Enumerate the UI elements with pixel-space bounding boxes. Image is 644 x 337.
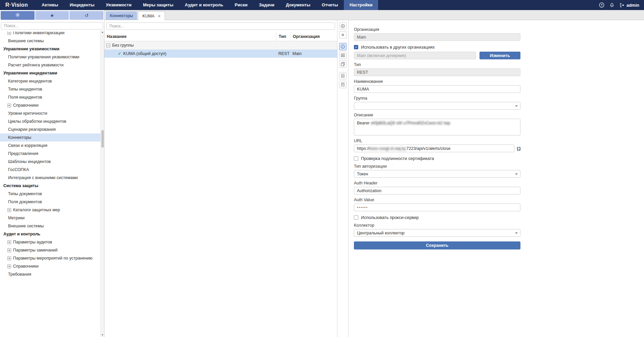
name-label: Наименование xyxy=(354,79,520,84)
expand-icon[interactable]: + xyxy=(7,104,11,107)
copy-button[interactable] xyxy=(339,60,347,68)
nav-item-6[interactable]: Риски xyxy=(229,0,253,10)
sidebar-item[interactable]: +Параметры замечаний xyxy=(0,246,100,254)
sidebar-tabs: ★↺ xyxy=(0,10,104,21)
sidebar-item[interactable]: +Параметры аудитов xyxy=(0,238,100,246)
sidebar-item[interactable]: Типы инцидентов xyxy=(0,85,100,93)
table-row[interactable]: ✓KUMA (общий доступ)RESTMain xyxy=(104,50,337,58)
user-menu[interactable]: admin xyxy=(619,3,639,8)
collapse-icon[interactable]: − xyxy=(106,44,110,47)
sidebar-tab-settings[interactable] xyxy=(1,11,35,20)
sidebar-item[interactable]: Внешние системы xyxy=(0,222,100,230)
sidebar-item-label: Циклы обработки инцидентов xyxy=(8,119,66,124)
table-header: НазваниеТипОрганизация xyxy=(104,32,337,41)
remove-button[interactable] xyxy=(339,31,347,39)
sidebar-item[interactable]: Поля документов xyxy=(0,198,100,206)
scroll-down-icon[interactable]: ▼ xyxy=(101,333,104,337)
type-label: Тип xyxy=(354,62,520,67)
username: admin xyxy=(627,3,639,8)
add-button[interactable] xyxy=(339,22,347,30)
sidebar-item[interactable]: +Параметры мероприятий по устранению xyxy=(0,254,100,262)
sidebar-item[interactable]: Сценарии реагирования xyxy=(0,125,100,133)
tab-1[interactable]: Коннекторы xyxy=(106,11,137,20)
nav-item-3[interactable]: Уязвимости xyxy=(100,0,137,10)
group-row[interactable]: −Без группы xyxy=(104,41,337,50)
import-button[interactable] xyxy=(339,72,347,79)
auth-header-input[interactable] xyxy=(354,187,520,194)
sidebar-item[interactable]: Интеграция с внешними системами xyxy=(0,174,100,182)
group-select[interactable] xyxy=(354,102,520,110)
nav-item-2[interactable]: Инциденты xyxy=(64,0,100,10)
expand-icon[interactable]: + xyxy=(7,248,11,252)
column-header-1[interactable]: Название xyxy=(104,32,276,41)
sidebar-item[interactable]: +Каталоги защитных мер xyxy=(0,206,100,214)
sidebar-item[interactable]: +Справочники xyxy=(0,101,100,109)
share-orgs-checkbox[interactable] xyxy=(354,45,358,49)
expand-icon[interactable]: + xyxy=(7,32,11,35)
nav-item-7[interactable]: Задачи xyxy=(253,0,280,10)
column-header-3[interactable]: Организация xyxy=(290,32,337,41)
expand-icon[interactable]: + xyxy=(7,240,11,244)
sidebar-item[interactable]: +Политики инвентаризации xyxy=(0,32,100,37)
auth-value-input[interactable]: •••••• xyxy=(354,204,520,211)
expand-icon[interactable]: + xyxy=(7,257,11,260)
nav-item-5[interactable]: Аудит и контроль xyxy=(179,0,229,10)
main-body: НазваниеТипОрганизация −Без группы✓KUMA … xyxy=(104,20,644,337)
nav-item-8[interactable]: Документы xyxy=(280,0,316,10)
description-redacted-text: xKfjd83LaQ9 sW u7Pmnd0ZvCwsn-b2 twp xyxy=(371,121,450,125)
sidebar-item[interactable]: Категории инцидентов xyxy=(0,77,100,85)
sidebar-item[interactable]: Расчет рейтинга уязвимости xyxy=(0,61,100,69)
tree-section-header: Управление инцидентами xyxy=(0,69,100,77)
url-field[interactable]: https://kxxv-cxxgt.xt.xwj.lq:7223/api/v1… xyxy=(354,145,514,152)
nav-item-4[interactable]: Меры защиты xyxy=(137,0,179,10)
sidebar-item-label: Требования xyxy=(8,272,31,277)
name-input[interactable] xyxy=(354,85,520,93)
sidebar-item[interactable]: Поля инцидентов xyxy=(0,93,100,101)
details-button[interactable] xyxy=(339,52,347,59)
connectors-search-input[interactable] xyxy=(106,22,335,30)
tab-close-icon[interactable]: × xyxy=(158,14,160,18)
sidebar-search-input[interactable] xyxy=(1,22,103,30)
notifications-icon[interactable] xyxy=(609,3,614,8)
change-button[interactable]: Изменить xyxy=(479,52,520,59)
connectors-list-panel: НазваниеТипОрганизация −Без группы✓KUMA … xyxy=(104,20,337,337)
proxy-row: Использовать прокси-сервер xyxy=(354,215,520,220)
nav-item-10[interactable]: Настройки xyxy=(344,0,378,10)
sidebar-tab-history[interactable]: ↺ xyxy=(70,11,103,20)
sidebar-item[interactable]: Циклы обработки инцидентов xyxy=(0,117,100,125)
info-button[interactable] xyxy=(339,43,347,50)
sidebar-item[interactable]: Коннекторы xyxy=(0,133,100,142)
export-button[interactable] xyxy=(339,81,347,88)
sidebar-item[interactable]: +Справочники xyxy=(0,262,100,270)
nav-item-9[interactable]: Отчеты xyxy=(316,0,344,10)
column-header-2[interactable]: Тип xyxy=(276,32,290,41)
sidebar-item[interactable]: Связи и корреляция xyxy=(0,142,100,150)
sidebar-item[interactable]: Требования xyxy=(0,270,100,278)
sidebar-item[interactable]: Метрики xyxy=(0,214,100,222)
help-icon[interactable]: ? xyxy=(599,2,604,8)
sidebar-item[interactable]: Типы документов xyxy=(0,190,100,198)
sidebar-item[interactable]: Представления xyxy=(0,150,100,158)
collector-select[interactable]: Центральный коллектор xyxy=(354,229,520,237)
nav-item-1[interactable]: Активы xyxy=(36,0,64,10)
sidebar-scrollbar[interactable]: ▲ ▼ xyxy=(100,30,104,337)
expand-icon[interactable]: + xyxy=(7,265,11,268)
proxy-checkbox[interactable] xyxy=(354,215,358,220)
sidebar-tab-favorites[interactable]: ★ xyxy=(35,11,69,20)
sidebar-item[interactable]: Шаблоны инцидентов xyxy=(0,158,100,166)
top-navigation-bar: R·Vision АктивыИнцидентыУязвимостиМеры з… xyxy=(0,0,644,10)
auth-type-select[interactable]: Токен xyxy=(354,170,520,178)
sidebar-item[interactable]: Уровни критичности xyxy=(0,109,100,117)
sidebar-item[interactable]: Внешние системы xyxy=(0,37,100,45)
expand-icon[interactable]: + xyxy=(7,208,11,212)
tab-2[interactable]: KUMA× xyxy=(138,11,165,20)
save-button[interactable]: Сохранить xyxy=(354,241,520,249)
variables-icon[interactable]: {;} xyxy=(517,146,520,151)
app-logo[interactable]: R·Vision xyxy=(0,2,36,8)
sidebar-item[interactable]: Политики управления уязвимостями xyxy=(0,53,100,61)
scrollbar-thumb[interactable] xyxy=(101,130,104,148)
cert-check-checkbox[interactable] xyxy=(354,156,358,161)
sidebar-item[interactable]: ГосСОПКА xyxy=(0,166,100,174)
scroll-up-icon[interactable]: ▲ xyxy=(101,30,104,34)
description-field[interactable]: Bearer xKfjd83LaQ9 sW u7Pmnd0ZvCwsn-b2 t… xyxy=(354,119,520,135)
